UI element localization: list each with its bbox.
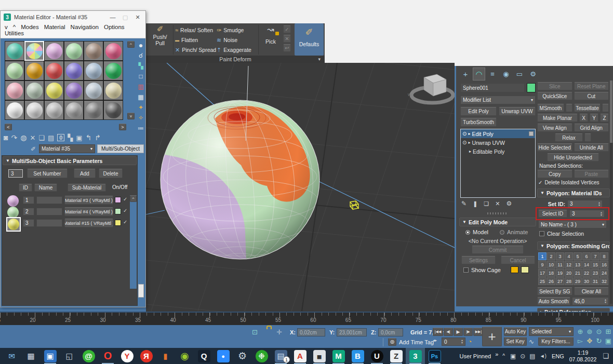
sg-3[interactable]: 3 xyxy=(556,252,564,260)
y-button[interactable]: Y xyxy=(590,114,598,122)
sg-24[interactable]: 24 xyxy=(600,269,608,277)
cancel-x-button[interactable]: ✕ xyxy=(283,35,291,43)
next-frame-button[interactable]: |▶ xyxy=(463,328,473,336)
col-header-name[interactable]: Name xyxy=(34,184,57,192)
table-scroll-up[interactable]: ^ xyxy=(130,195,137,202)
show-in-viewport-icon[interactable]: ▚ xyxy=(68,134,73,142)
play-button[interactable]: ▶ xyxy=(454,328,463,336)
sub-material-sphere-selected[interactable] xyxy=(6,217,21,232)
selection-region-icon[interactable]: ⊡ xyxy=(252,328,258,336)
eye-icon[interactable]: ⊙ xyxy=(462,140,467,145)
expand-icon[interactable]: ▸ xyxy=(468,131,470,136)
configure-modifier-sets-icon[interactable]: ⚙ xyxy=(506,200,512,207)
select-by-sg-button[interactable]: Select By SG xyxy=(537,287,572,295)
taskbar-icon-q-app[interactable]: Q xyxy=(194,348,214,364)
panel-splitter[interactable] xyxy=(487,212,508,214)
current-frame-field[interactable]: 0 ▴▾ xyxy=(442,338,465,346)
network-icon[interactable]: ▤ xyxy=(529,353,535,360)
sg-20[interactable]: 20 xyxy=(565,269,573,277)
zoom-all-icon[interactable]: ⊚ xyxy=(585,327,594,336)
fov-icon[interactable]: ▻ xyxy=(576,336,585,345)
virtual-desktop-icon[interactable]: ▣ xyxy=(510,353,516,360)
smoothing-groups-header[interactable]: ▼ Polygon: Smoothing Grou xyxy=(537,241,610,250)
taskbar-icon-calculator[interactable]: ▦ xyxy=(21,348,41,364)
smudge-button[interactable]: ✑ Smudge xyxy=(217,25,244,35)
push-pull-button[interactable]: ✐ Push/ Pull xyxy=(148,24,172,55)
sg-2[interactable]: 2 xyxy=(547,252,555,260)
sg-21[interactable]: 21 xyxy=(574,269,582,277)
material-type-button[interactable]: Multi/Sub-Object xyxy=(97,144,144,153)
pin-stack-icon[interactable]: ✎ xyxy=(461,200,467,207)
set-id-spinner[interactable]: 3 ▴▾ xyxy=(567,200,603,208)
sg-25[interactable]: 25 xyxy=(538,277,547,285)
show-cage-checkbox[interactable] xyxy=(463,267,469,273)
hide-selected-button[interactable]: Hide Selected xyxy=(537,143,572,152)
material-sample[interactable] xyxy=(103,80,123,100)
generate-preview-icon[interactable]: ▦ xyxy=(136,92,146,102)
tessellate-button[interactable]: Tessellate xyxy=(574,104,601,112)
row2-color-chip[interactable] xyxy=(115,208,121,214)
stack-item-editable-poly[interactable]: ▸ Editable Poly xyxy=(461,147,535,156)
expand-icon[interactable]: ▸ xyxy=(468,140,470,145)
noise-button[interactable]: ≋ Noise xyxy=(217,35,237,45)
material-sample[interactable] xyxy=(44,80,64,100)
samples-scroll-right[interactable]: > xyxy=(119,124,126,130)
menu-modes[interactable]: Modes xyxy=(21,24,39,30)
relax-soften-button[interactable]: ≈ Relax/ Soften xyxy=(175,25,213,35)
make-unique-icon[interactable]: ❏ xyxy=(484,200,489,207)
eye-icon[interactable]: ⊙ xyxy=(462,131,467,137)
row3-on-check[interactable]: ✓ xyxy=(123,219,127,225)
object-color-swatch[interactable] xyxy=(527,83,536,92)
ribbon-collapse-icon[interactable]: ▾ xyxy=(318,57,321,62)
defaults-button[interactable]: ✐ Defaults xyxy=(295,23,324,56)
taskbar-icon-photoshop[interactable]: Ps xyxy=(425,348,444,364)
selection-set-dropdown[interactable]: Selected ▾ xyxy=(529,327,574,336)
row2-sub-material-button[interactable]: Material #4 ( VRayMtl ) xyxy=(64,207,113,216)
stack-toggle-box[interactable] xyxy=(529,131,534,136)
show-end-result-icon[interactable]: ▣ xyxy=(76,134,82,142)
material-sample[interactable] xyxy=(44,61,64,80)
put-to-scene-icon[interactable]: ↷ xyxy=(11,133,17,142)
tab-utilities[interactable]: ⚙ xyxy=(527,68,539,80)
maximize-viewport-icon[interactable]: ▣ xyxy=(604,336,613,345)
edit-poly-mode-header[interactable]: ▼ Edit Poly Mode xyxy=(459,218,536,226)
sample-type-icon[interactable]: ● xyxy=(136,40,146,50)
material-sample[interactable] xyxy=(5,100,24,120)
auto-smooth-spinner[interactable]: 45,0 ▴▾ xyxy=(572,297,609,305)
options-icon[interactable]: ✦ xyxy=(136,102,146,113)
object-name-field[interactable]: Sphere001 xyxy=(460,83,525,92)
samples-scroll-left[interactable]: < xyxy=(5,124,12,130)
unhide-all-button[interactable]: Unhide All xyxy=(574,143,609,152)
material-sample[interactable] xyxy=(24,61,44,80)
clock[interactable]: 1:19 07.08.2022 xyxy=(569,349,597,363)
select-id-button[interactable]: Select ID xyxy=(538,210,567,218)
material-sample[interactable] xyxy=(5,41,24,61)
show-end-result-icon[interactable]: ❚ xyxy=(473,200,477,207)
panel-scrollbar[interactable] xyxy=(610,80,612,304)
row2-on-check[interactable]: ✓ xyxy=(123,208,127,213)
tab-create[interactable]: + xyxy=(459,68,472,80)
zoom-region-icon[interactable]: ⊞ xyxy=(604,327,613,336)
clear-selection-checkbox[interactable] xyxy=(539,231,544,236)
orbit-icon[interactable]: ↻ xyxy=(594,336,604,345)
key-mode-toggle-icon[interactable]: ◂▸ xyxy=(433,338,437,343)
stack-item-edit-poly[interactable]: ⊙ ▸ Edit Poly xyxy=(461,129,535,138)
set-keys-button[interactable]: + xyxy=(482,327,502,346)
z-coordinate-field[interactable]: 0,0cm xyxy=(378,328,403,336)
sub-material-sphere[interactable] xyxy=(7,207,19,218)
material-editor-scrollbar[interactable] xyxy=(138,155,144,306)
expand-icon[interactable]: ▸ xyxy=(469,149,471,154)
material-sample[interactable] xyxy=(64,41,84,61)
menu-options[interactable]: Options xyxy=(104,24,125,30)
material-sample[interactable] xyxy=(64,80,84,100)
backlight-icon[interactable]: ☌ xyxy=(136,50,146,61)
slice-button[interactable]: Slice xyxy=(537,82,572,90)
taskbar-icon-mailru-agent[interactable]: @ xyxy=(79,348,98,364)
material-sample[interactable] xyxy=(5,61,24,80)
paint-deform-tab[interactable]: Paint Deform ▾ xyxy=(146,56,325,63)
taskbar-icon-yandex[interactable]: Я xyxy=(137,348,156,364)
material-id-channel-icon[interactable]: 0 xyxy=(57,134,64,141)
checkbox-checked[interactable]: ✓ xyxy=(538,180,542,185)
msmooth-settings-box[interactable] xyxy=(566,104,572,112)
sg-28[interactable]: 28 xyxy=(565,277,573,285)
